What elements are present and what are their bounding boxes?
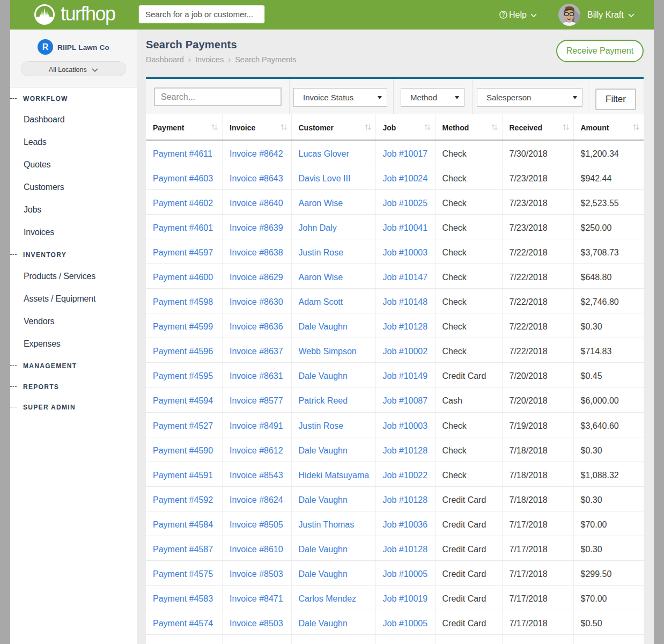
svg-text:?: ? xyxy=(502,12,505,18)
